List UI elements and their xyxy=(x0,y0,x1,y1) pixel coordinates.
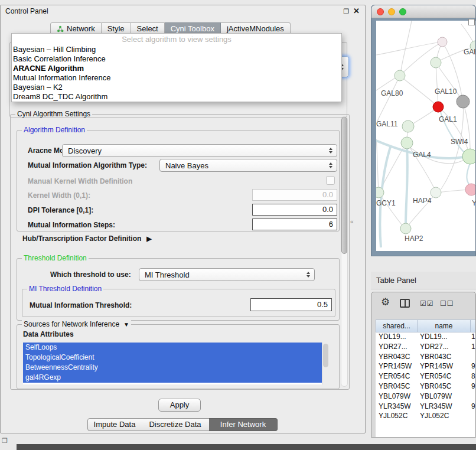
close-traffic-light[interactable] xyxy=(377,8,384,15)
minimize-traffic-light[interactable] xyxy=(388,8,395,15)
network-window-titlebar[interactable] xyxy=(371,5,475,18)
algorithm-option[interactable]: Dream8 DC_TDC Algorithm xyxy=(12,92,341,102)
network-graph xyxy=(376,21,475,251)
network-node-label: GAL10 xyxy=(435,87,457,96)
mi-steps-label: Mutual Information Steps: xyxy=(28,221,115,229)
mi-type-label: Mutual Information Algorithm Type: xyxy=(28,161,147,169)
deselect-all-columns-icon[interactable]: ☐☐ xyxy=(440,300,454,307)
stepper-icon xyxy=(326,148,335,154)
data-attribute-item[interactable]: TopologicalCoefficient xyxy=(23,353,330,363)
table-row[interactable]: YDR27...YDR27...12 xyxy=(376,343,475,353)
selected-value: Discovery xyxy=(63,146,326,155)
network-node[interactable] xyxy=(457,95,470,108)
table-cell: YDR27... xyxy=(379,343,407,351)
network-node[interactable] xyxy=(402,120,414,132)
restore-window-icon[interactable]: ❐ xyxy=(2,437,8,445)
network-canvas[interactable]: GAL80GAL10GAL11GAL1SWI4GAL4GCY1HAP4HAP2G… xyxy=(376,21,475,251)
network-view-window: GAL80GAL10GAL11GAL1SWI4GAL4GCY1HAP4HAP2G… xyxy=(371,5,476,256)
network-node[interactable] xyxy=(431,57,441,68)
sources-title: Sources for Network Inference xyxy=(24,320,119,328)
table-row[interactable]: YDL19...YDL19...13 xyxy=(376,332,475,343)
algorithm-option[interactable]: Bayesian – K2 xyxy=(12,83,341,92)
table-cell: YER054C xyxy=(379,372,410,380)
network-node[interactable] xyxy=(400,223,411,234)
table-row[interactable]: YJL052CYJL052C xyxy=(376,412,475,422)
float-window-icon[interactable]: ❐ xyxy=(343,8,349,15)
network-node[interactable] xyxy=(376,187,384,198)
settings-scrollbar[interactable] xyxy=(341,116,348,387)
table-row[interactable]: YBR043CYBR043C xyxy=(376,353,475,363)
table-cell: YBR045C xyxy=(420,382,451,390)
attributes-scrollbar[interactable] xyxy=(322,343,330,384)
scrollbar-thumb[interactable] xyxy=(341,117,347,254)
table-cell: YBR043C xyxy=(420,353,451,361)
table-cell: 12 xyxy=(471,343,475,351)
table-row[interactable]: YBR045CYBR045C9. xyxy=(376,382,475,392)
network-node[interactable] xyxy=(462,149,475,164)
hub-transcription-toggle[interactable]: Hub/Transcription Factor Definition ▶ xyxy=(22,234,152,243)
manual-kernel-checkbox[interactable] xyxy=(326,176,335,185)
mi-steps-field[interactable]: 6 xyxy=(252,219,337,230)
data-attribute-item[interactable]: BetweennessCentrality xyxy=(23,363,330,373)
network-node[interactable] xyxy=(395,70,405,81)
table-panel-window: ⚙ ☑☑ ☐☐ shared... name YDL19...YDL19...1… xyxy=(371,292,476,438)
tab-label: Style xyxy=(107,24,125,33)
algorithm-popup-list: Bayesian – Hill ClimbingBasic Correlatio… xyxy=(12,45,341,102)
close-icon[interactable]: ✕ xyxy=(353,6,360,15)
zoom-traffic-light[interactable] xyxy=(399,8,406,15)
table-row[interactable]: YER054CYER054C8. xyxy=(376,372,475,382)
algorithm-option[interactable]: Basic Correlation Inference xyxy=(12,54,341,64)
data-attribute-item[interactable]: gal4RGexp xyxy=(23,373,330,383)
column-header-shared-name[interactable]: shared... xyxy=(376,319,418,332)
aracne-mode-select[interactable]: Discovery xyxy=(62,144,337,157)
algorithm-option[interactable]: ARACNE Algorithm xyxy=(12,64,341,73)
stepper-icon xyxy=(304,272,313,278)
algorithm-option[interactable]: Bayesian – Hill Climbing xyxy=(12,45,341,54)
which-threshold-label: Which threshold to use: xyxy=(50,270,131,279)
birdseye-toggle[interactable] xyxy=(468,19,475,25)
network-node[interactable] xyxy=(401,137,413,149)
network-node[interactable] xyxy=(438,37,447,47)
select-all-columns-icon[interactable]: ☑☑ xyxy=(420,300,434,307)
data-attributes-list: SelfLoopsTopologicalCoefficientBetweenne… xyxy=(23,343,330,384)
network-tab-icon xyxy=(57,25,64,32)
table-row[interactable]: YBL079WYBL079W xyxy=(376,392,475,402)
columns-icon[interactable] xyxy=(400,299,410,308)
expand-right-icon: ▶ xyxy=(146,235,151,243)
dpi-tolerance-field[interactable]: 0.0 xyxy=(252,204,337,216)
mi-threshold-field[interactable]: 0.5 xyxy=(250,298,332,311)
gear-icon[interactable]: ⚙ xyxy=(381,297,390,307)
selected-value: MI Threshold xyxy=(139,270,304,279)
sources-toggle[interactable]: Sources for Network Inference ▼ xyxy=(22,320,131,328)
table-row[interactable]: YLR345WYLR345W9. xyxy=(376,402,475,412)
table-cell: YBL079W xyxy=(420,392,452,400)
table-cell: YLR345W xyxy=(420,402,452,410)
which-threshold-select[interactable]: MI Threshold xyxy=(139,268,315,281)
table-header-row: shared... name xyxy=(376,319,476,332)
sources-group: Sources for Network Inference ▼ Data Att… xyxy=(17,324,340,389)
stepper-icon xyxy=(326,162,335,168)
selected-value: Naive Bayes xyxy=(160,161,326,170)
kernel-width-field[interactable]: 0.0 xyxy=(252,189,337,201)
tab-infer-network[interactable]: Infer Network xyxy=(209,418,278,431)
tab-impute-data[interactable]: Impute Data xyxy=(87,418,142,431)
tab-discretize-data[interactable]: Discretize Data xyxy=(141,418,210,431)
scrollbar-thumb[interactable] xyxy=(323,344,328,367)
window-title: Control Panel xyxy=(5,7,48,15)
table-cell: YPR145W xyxy=(420,362,453,370)
network-node-label: GAL1 xyxy=(439,115,457,123)
data-attribute-item[interactable]: SelfLoops xyxy=(23,343,330,353)
network-node-label: GCY1 xyxy=(376,199,396,207)
apply-button[interactable]: Apply xyxy=(158,399,201,412)
column-header-partial[interactable] xyxy=(471,319,476,332)
network-node[interactable] xyxy=(465,184,475,195)
mi-type-select[interactable]: Naive Bayes xyxy=(159,159,337,172)
panel-collapse-icon[interactable]: « xyxy=(350,219,354,225)
network-node[interactable] xyxy=(433,102,444,112)
column-header-name[interactable]: name xyxy=(418,319,471,332)
network-node[interactable] xyxy=(431,187,441,198)
algorithm-option[interactable]: Mutual Information Inference xyxy=(12,73,341,83)
table-panel-header: Table Panel xyxy=(371,272,476,289)
mi-threshold-definition-group: MI Threshold Definition Mutual Informati… xyxy=(22,289,335,317)
table-row[interactable]: YPR145WYPR145W9. xyxy=(376,362,475,372)
